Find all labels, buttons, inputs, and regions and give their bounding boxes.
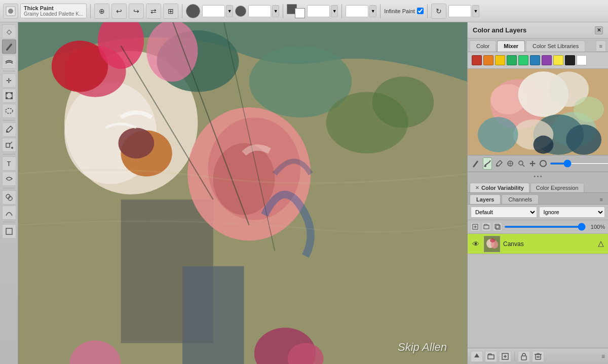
svg-point-50	[484, 165, 486, 167]
symmetry-icon[interactable]: ⊕	[94, 4, 109, 19]
swatch-red[interactable]	[472, 55, 482, 65]
composite-dropdown[interactable]: Ignore Use	[539, 207, 605, 218]
swatch-yellow[interactable]	[495, 55, 505, 65]
rotation-icon[interactable]: ↻	[431, 4, 446, 19]
swatch-orange[interactable]	[483, 55, 493, 65]
swatch-green-light[interactable]	[518, 55, 528, 65]
mixer-opacity-slider-group	[540, 160, 608, 167]
layer-duplicate-btn[interactable]	[493, 222, 502, 231]
opacity-down-btn[interactable]: ▼	[272, 5, 279, 17]
layer-new-child-btn[interactable]	[471, 222, 480, 231]
mixer-sample-btn[interactable]	[506, 157, 514, 170]
mixer-zoom-btn[interactable]	[517, 157, 525, 170]
tab-color-set-libraries[interactable]: Color Set Libraries	[526, 41, 585, 52]
painting-canvas[interactable]: Skip Allen	[18, 22, 467, 364]
tool-brush[interactable]	[2, 39, 16, 54]
size-input[interactable]: 147.7	[202, 5, 225, 17]
mixer-area[interactable]	[468, 69, 608, 155]
tool-eyedropper[interactable]	[2, 123, 16, 137]
mixer-dropper-btn[interactable]	[495, 157, 503, 170]
tool-text[interactable]: T	[2, 156, 16, 171]
swatch-white[interactable]	[577, 55, 587, 65]
svg-point-7	[6, 108, 13, 113]
rotate-left-icon[interactable]: ↩	[111, 4, 127, 19]
layers-delete-btn[interactable]	[532, 351, 544, 362]
color-tabs-more-button[interactable]: ≡	[596, 41, 606, 52]
layer-opacity-slider[interactable]	[504, 226, 586, 228]
blend-mode-dropdown[interactable]: Default Normal Multiply Screen	[471, 207, 537, 218]
swatch-yellow-bright[interactable]	[553, 55, 563, 65]
tool-paint-bucket[interactable]	[2, 138, 16, 152]
tool-move[interactable]: ✛	[2, 73, 16, 88]
blending-input[interactable]: 12%	[346, 5, 368, 17]
layers-move-up-btn[interactable]	[471, 351, 483, 362]
tab-color-expression[interactable]: Color Expression	[530, 183, 584, 192]
tab-channels[interactable]: Channels	[502, 194, 538, 204]
fg-bg-color[interactable]	[287, 4, 305, 18]
swatch-black[interactable]	[565, 55, 575, 65]
panel-title: Color and Layers	[473, 26, 526, 34]
tool-transform[interactable]	[2, 89, 16, 103]
flip-icon[interactable]: ⇄	[146, 4, 161, 19]
brush-info: Thick Paint Grainy Loaded Palette K...	[20, 4, 87, 18]
rotate-right-icon[interactable]: ↪	[129, 4, 144, 19]
rotation-down-btn[interactable]: ▼	[472, 5, 479, 17]
bg-swatch[interactable]	[295, 8, 305, 18]
flow-down-btn[interactable]: ▼	[331, 5, 338, 17]
infinite-paint-checkbox[interactable]	[417, 8, 424, 14]
blending-down-btn[interactable]: ▼	[369, 5, 376, 17]
flow-input[interactable]: 75%	[307, 5, 330, 17]
mixer-opacity-range[interactable]	[550, 163, 608, 165]
tab-layers[interactable]: Layers	[470, 194, 501, 204]
tool-select[interactable]: ◇	[2, 24, 16, 38]
svg-point-47	[574, 97, 604, 122]
rotation-input-group: 65% ▼	[448, 5, 479, 17]
opacity-input[interactable]: 100%	[248, 5, 271, 17]
layer-visibility-eye[interactable]: 👁	[471, 239, 481, 249]
infinite-paint-group: Infinite Paint	[384, 8, 424, 14]
main-toolbar: Thick Paint Grainy Loaded Palette K... ⊕…	[0, 0, 608, 22]
svg-point-34	[372, 76, 434, 128]
layers-lock-btn[interactable]	[518, 351, 530, 362]
main-content: ◇ ✛ T	[0, 22, 608, 364]
svg-rect-71	[521, 356, 526, 360]
mixer-active-brush-btn[interactable]	[483, 157, 492, 170]
mixer-pan-btn[interactable]	[528, 157, 537, 170]
svg-point-51	[497, 165, 498, 167]
tab-color-variability[interactable]: ✕ Color Variability	[470, 183, 529, 192]
tool-liquify[interactable]	[2, 206, 16, 220]
tab-mixer[interactable]: Mixer	[497, 41, 525, 52]
crop-icon[interactable]: ⊞	[163, 4, 178, 19]
tool-clone[interactable]	[2, 190, 16, 205]
swatch-purple[interactable]	[542, 55, 552, 65]
layers-section: Layers Channels ≡ Default Normal Multipl…	[468, 193, 608, 364]
svg-rect-12	[6, 228, 12, 234]
flow-input-group: 75% ▼	[307, 5, 338, 17]
svg-rect-3	[6, 92, 8, 94]
swatch-green-dark[interactable]	[507, 55, 517, 65]
swatch-blue[interactable]	[530, 55, 540, 65]
layers-new-group-btn[interactable]	[485, 351, 497, 362]
svg-point-49	[534, 136, 554, 154]
svg-rect-16	[182, 266, 244, 364]
size-down-btn[interactable]: ▼	[226, 5, 233, 17]
panel-close-button[interactable]: ✕	[595, 26, 603, 34]
layer-group-btn[interactable]	[482, 222, 491, 231]
tool-select-oval[interactable]	[2, 104, 16, 118]
layer-row-canvas[interactable]: 👁 Canvas	[468, 234, 608, 254]
variability-expression-tabs: ✕ Color Variability Color Expression	[468, 181, 608, 193]
layers-bottom-toolbar: ≡	[468, 348, 608, 364]
tool-smear[interactable]	[2, 55, 16, 69]
opacity-circle-icon	[540, 160, 547, 167]
layers-add-btn[interactable]	[499, 351, 511, 362]
tab-color[interactable]: Color	[470, 41, 496, 52]
svg-point-48	[478, 117, 518, 152]
rotation-input[interactable]: 65%	[448, 5, 471, 17]
layers-bottom-more-btn[interactable]: ≡	[601, 353, 605, 360]
layers-tabs-more-button[interactable]: ≡	[597, 195, 606, 204]
brush-name: Thick Paint	[24, 5, 83, 11]
mixer-paint-brush-btn[interactable]	[472, 157, 480, 170]
canvas-area[interactable]: Skip Allen	[18, 22, 467, 364]
tool-shape[interactable]	[2, 224, 16, 238]
tool-warp[interactable]	[2, 172, 16, 186]
